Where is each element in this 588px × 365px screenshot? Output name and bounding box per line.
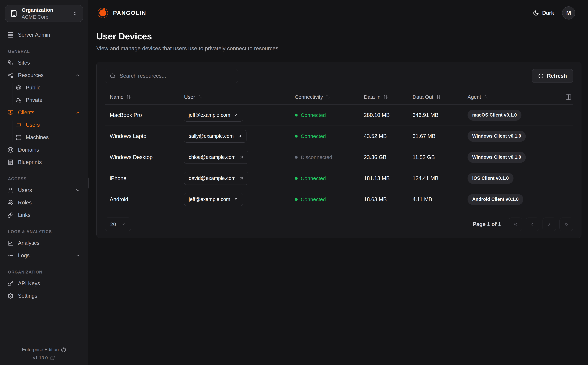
org-selector[interactable]: Organization ACME Corp. xyxy=(5,5,83,22)
user-link[interactable]: jeff@example.com xyxy=(184,109,243,122)
edition-label: Enterprise Edition xyxy=(22,347,59,352)
edition-line[interactable]: Enterprise Edition xyxy=(0,347,88,352)
monitor-up-icon xyxy=(7,110,14,115)
column-header-connectivity[interactable]: Connectivity xyxy=(290,94,359,100)
user-cell: jeff@example.com xyxy=(179,193,290,206)
sidebar-item-label: Users xyxy=(18,187,32,193)
chevron-down-icon xyxy=(121,222,126,226)
sidebar-item-label: Machines xyxy=(26,134,49,140)
theme-toggle[interactable]: Dark xyxy=(533,10,554,16)
status-text: Connected xyxy=(301,133,326,139)
chart-line-icon xyxy=(7,240,14,246)
table-row: MacBook Pro jeff@example.com Connected xyxy=(105,105,573,126)
prev-page-button[interactable] xyxy=(526,218,539,231)
status-text: Disconnected xyxy=(301,154,332,160)
sidebar-item-label: Settings xyxy=(18,293,37,299)
sidebar-item-label: Roles xyxy=(18,200,32,206)
user-link[interactable]: chloe@example.com xyxy=(184,151,248,164)
sidebar-item-clients[interactable]: Clients xyxy=(5,106,84,119)
sidebar-scrollbar[interactable] xyxy=(88,177,89,189)
list-icon xyxy=(7,253,14,259)
globe-lock-icon xyxy=(16,98,21,103)
section-label-logs-analytics: LOGS & ANALYTICS xyxy=(8,229,80,234)
page-size-select[interactable]: 20 xyxy=(105,218,131,231)
chevron-up-icon xyxy=(75,110,80,115)
github-icon xyxy=(61,347,66,352)
sort-icon xyxy=(436,95,441,99)
version-line[interactable]: v1.13.0 xyxy=(0,355,88,360)
search-icon xyxy=(110,73,116,79)
agent-cell: Windows Client v0.1.0 xyxy=(463,131,573,142)
brand[interactable]: PANGOLIN xyxy=(96,7,146,19)
user-link[interactable]: david@example.com xyxy=(184,172,248,185)
agent-cell: Android Client v0.1.0 xyxy=(463,194,573,205)
status-text: Connected xyxy=(301,197,326,202)
sidebar-item-blueprints[interactable]: Blueprints xyxy=(5,156,84,168)
sidebar-item-analytics[interactable]: Analytics xyxy=(5,237,84,249)
sort-icon xyxy=(383,95,388,99)
sidebar-item-label: Analytics xyxy=(18,240,39,246)
sidebar-item-client-users[interactable]: Users xyxy=(5,119,84,131)
user-link[interactable]: sally@example.com xyxy=(184,130,246,143)
data-in-value: 43.52 MB xyxy=(359,133,408,139)
connectivity-cell: Disconnected xyxy=(290,154,359,160)
sidebar-item-users[interactable]: Users xyxy=(5,184,84,197)
sidebar-item-machines[interactable]: Machines xyxy=(5,131,84,144)
sidebar-item-label: Clients xyxy=(18,109,34,116)
sidebar-item-resources[interactable]: Resources xyxy=(5,69,84,82)
sidebar-item-sites[interactable]: Sites xyxy=(5,57,84,69)
column-header-user[interactable]: User xyxy=(179,94,290,100)
sidebar-item-links[interactable]: Links xyxy=(5,209,84,221)
table-row: Windows Desktop chloe@example.com Discon… xyxy=(105,147,573,168)
user-cell: david@example.com xyxy=(179,172,290,185)
last-page-button[interactable] xyxy=(559,218,573,231)
arrow-up-right-icon xyxy=(234,113,238,117)
user-link[interactable]: jeff@example.com xyxy=(184,193,243,206)
sort-icon xyxy=(326,95,330,99)
refresh-label: Refresh xyxy=(547,73,567,79)
sidebar-item-logs[interactable]: Logs xyxy=(5,249,84,262)
column-label: User xyxy=(184,94,195,100)
chevron-right-icon xyxy=(547,222,552,227)
table-row: iPhone david@example.com Connected xyxy=(105,168,573,189)
sidebar-item-settings[interactable]: Settings xyxy=(5,290,84,302)
status-dot xyxy=(295,135,298,138)
arrow-up-right-icon xyxy=(239,176,244,181)
section-label-organization: ORGANIZATION xyxy=(8,270,80,274)
sidebar-item-label: Logs xyxy=(18,253,29,259)
sidebar-item-api-keys[interactable]: API Keys xyxy=(5,277,84,290)
column-header-data-in[interactable]: Data In xyxy=(359,94,408,100)
data-in-value: 18.63 MB xyxy=(359,196,408,203)
agent-badge: iOS Client v0.1.0 xyxy=(467,173,514,184)
search-input[interactable] xyxy=(105,69,238,83)
sidebar: Organization ACME Corp. Server Admin GEN… xyxy=(0,0,88,365)
columns-icon[interactable] xyxy=(565,94,572,100)
resources-subtree: Public Private xyxy=(5,82,84,106)
column-header-name[interactable]: Name xyxy=(105,94,179,100)
sidebar-item-roles[interactable]: Roles xyxy=(5,197,84,209)
search-box xyxy=(105,69,238,83)
column-label: Data In xyxy=(364,94,380,100)
user-email: sally@example.com xyxy=(189,133,234,139)
status-badge: Disconnected xyxy=(295,154,332,160)
sidebar-item-domains[interactable]: Domains xyxy=(5,144,84,156)
next-page-button[interactable] xyxy=(543,218,556,231)
sidebar-item-public[interactable]: Public xyxy=(5,82,84,94)
section-label-general: GENERAL xyxy=(8,49,80,54)
avatar[interactable]: M xyxy=(562,6,575,20)
status-text: Connected xyxy=(301,112,326,118)
sidebar-item-server-admin[interactable]: Server Admin xyxy=(5,29,84,41)
sidebar-item-private[interactable]: Private xyxy=(5,94,84,106)
column-header-agent[interactable]: Agent xyxy=(463,94,573,100)
server-icon xyxy=(7,32,14,38)
connectivity-cell: Connected xyxy=(290,133,359,139)
first-page-button[interactable] xyxy=(509,218,522,231)
page-head: User Devices View and manage devices tha… xyxy=(88,26,588,52)
devices-table: Name User Connectivity Data In xyxy=(105,89,573,210)
refresh-button[interactable]: Refresh xyxy=(532,69,573,83)
data-out-value: 4.11 MB xyxy=(408,196,463,203)
device-name: Android xyxy=(105,196,179,203)
theme-toggle-label: Dark xyxy=(542,10,554,16)
column-header-data-out[interactable]: Data Out xyxy=(408,94,463,100)
app-window: Organization ACME Corp. Server Admin GEN… xyxy=(0,0,588,365)
